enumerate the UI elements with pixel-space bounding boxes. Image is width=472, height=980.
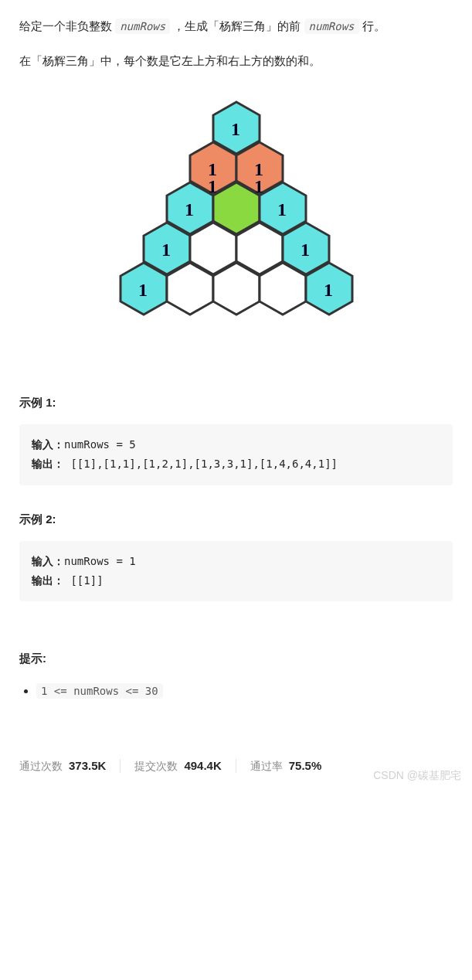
stat-value: 75.5% xyxy=(289,755,322,776)
stat-value: 373.5K xyxy=(69,755,106,776)
example2-title: 示例 2: xyxy=(19,509,453,529)
stat-label: 提交次数 xyxy=(134,757,178,776)
example2-block: 输入：numRows = 1 输出： [[1]] xyxy=(19,541,453,601)
svg-text:1: 1 xyxy=(231,119,240,139)
divider xyxy=(236,759,236,773)
pascal-triangle-diagram: 1 1 1 1 1 1 1 1 1 1 1 xyxy=(19,98,453,361)
svg-text:1: 1 xyxy=(324,280,333,300)
svg-text:1: 1 xyxy=(161,240,171,260)
desc-text: 给定一个非负整数 xyxy=(19,19,115,32)
svg-text:1: 1 xyxy=(277,199,287,219)
svg-text:1: 1 xyxy=(138,280,148,300)
inline-code-numrows2: numRows xyxy=(304,19,359,34)
stat-submit: 提交次数 494.4K xyxy=(134,755,221,776)
example1-title: 示例 1: xyxy=(19,392,453,413)
input-value: numRows = 5 xyxy=(64,438,136,451)
example1-block: 输入：numRows = 5 输出： [[1],[1,1],[1,2,1],[1… xyxy=(19,424,453,485)
output-label: 输出： xyxy=(32,458,64,470)
svg-text:1: 1 xyxy=(301,240,310,260)
constraint-code: 1 <= numRows <= 30 xyxy=(36,683,163,699)
stat-rate: 通过率 75.5% xyxy=(250,755,322,776)
input-value: numRows = 1 xyxy=(64,555,136,567)
desc-text: 行。 xyxy=(362,19,385,32)
problem-description-line2: 在「杨辉三角」中，每个数是它左上方和右上方的数的和。 xyxy=(19,50,453,71)
stat-label: 通过次数 xyxy=(19,757,63,776)
constraint-item: 1 <= numRows <= 30 xyxy=(36,680,453,701)
input-label: 输入： xyxy=(32,555,64,567)
desc-text: ，生成「杨辉三角」的前 xyxy=(173,19,304,32)
output-value: [[1]] xyxy=(64,574,104,587)
inline-code-numrows1: numRows xyxy=(115,19,170,34)
hints-title: 提示: xyxy=(19,648,453,669)
stat-value: 494.4K xyxy=(184,755,221,776)
svg-text:1: 1 xyxy=(185,199,194,219)
output-label: 输出： xyxy=(32,574,64,587)
stats-bar: 通过次数 373.5K 提交次数 494.4K 通过率 75.5% xyxy=(19,755,453,776)
constraints-list: 1 <= numRows <= 30 xyxy=(19,680,453,701)
output-value: [[1],[1,1],[1,2,1],[1,3,3,1],[1,4,6,4,1]… xyxy=(64,458,338,470)
stat-label: 通过率 xyxy=(250,757,283,776)
hex-svg: 1 1 1 1 1 1 1 1 1 1 1 xyxy=(105,98,368,361)
problem-description-line1: 给定一个非负整数 numRows ，生成「杨辉三角」的前 numRows 行。 xyxy=(19,15,453,36)
divider xyxy=(120,759,121,773)
stat-pass: 通过次数 373.5K xyxy=(19,755,106,776)
input-label: 输入： xyxy=(32,438,64,451)
